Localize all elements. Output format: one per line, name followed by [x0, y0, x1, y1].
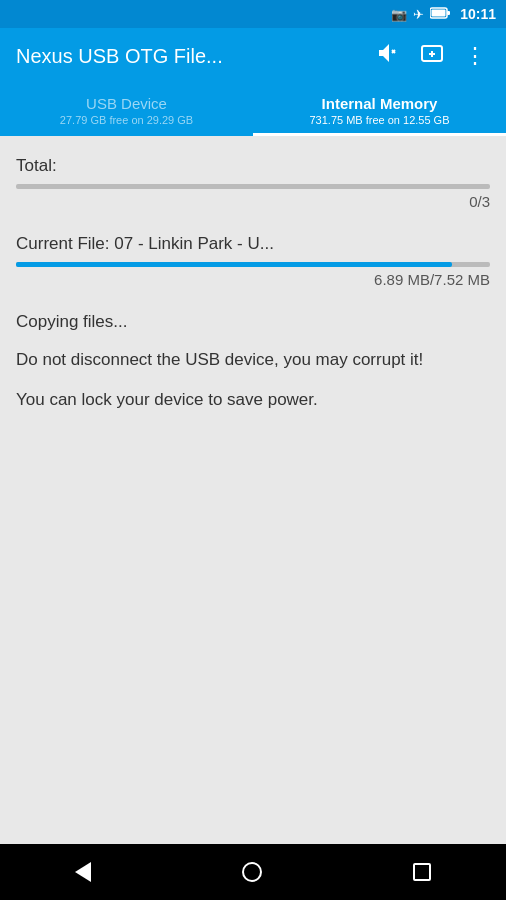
main-content: Total: 0/3 Current File: 07 - Linkin Par…: [0, 136, 506, 844]
vibrate-icon: 📷: [391, 7, 407, 22]
svg-rect-1: [447, 11, 450, 15]
current-file-label: Current File: 07 - Linkin Park - U...: [16, 234, 490, 254]
nav-back-button[interactable]: [75, 862, 91, 882]
svg-marker-3: [379, 44, 389, 62]
tab-usb[interactable]: USB Device 27.79 GB free on 29.29 GB: [0, 84, 253, 136]
app-title: Nexus USB OTG File...: [16, 45, 360, 68]
nav-home-button[interactable]: [242, 862, 262, 882]
info-text: You can lock your device to save power.: [16, 388, 490, 412]
total-label: Total:: [16, 156, 490, 176]
total-progress-bar-bg: [16, 184, 490, 189]
tab-usb-label: USB Device: [86, 95, 167, 112]
file-size-value: 6.89 MB/7.52 MB: [16, 271, 490, 288]
status-bar: 📷 ✈ 10:11: [0, 0, 506, 28]
tab-bar: USB Device 27.79 GB free on 29.29 GB Int…: [0, 84, 506, 136]
total-progress-value: 0/3: [16, 193, 490, 210]
nav-recent-button[interactable]: [413, 863, 431, 881]
more-options-icon[interactable]: ⋮: [460, 39, 490, 73]
tab-usb-sub: 27.79 GB free on 29.29 GB: [60, 114, 193, 126]
total-progress-section: Total: 0/3: [16, 156, 490, 210]
airplane-icon: ✈: [413, 7, 424, 22]
file-progress-bar-fill: [16, 262, 452, 267]
tab-internal[interactable]: Internal Memory 731.75 MB free on 12.55 …: [253, 84, 506, 136]
svg-rect-2: [432, 9, 446, 16]
copying-status-text: Copying files...: [16, 312, 490, 332]
tab-internal-sub: 731.75 MB free on 12.55 GB: [309, 114, 449, 126]
volume-icon[interactable]: [372, 37, 404, 75]
tab-internal-label: Internal Memory: [322, 95, 438, 112]
current-file-section: Current File: 07 - Linkin Park - U... 6.…: [16, 234, 490, 288]
app-bar: Nexus USB OTG File... ⋮: [0, 28, 506, 84]
file-progress-bar-bg: [16, 262, 490, 267]
status-time: 10:11: [460, 6, 496, 22]
add-folder-icon[interactable]: [416, 37, 448, 75]
nav-bar: [0, 844, 506, 900]
warning-text: Do not disconnect the USB device, you ma…: [16, 348, 490, 372]
battery-icon: [430, 6, 450, 23]
